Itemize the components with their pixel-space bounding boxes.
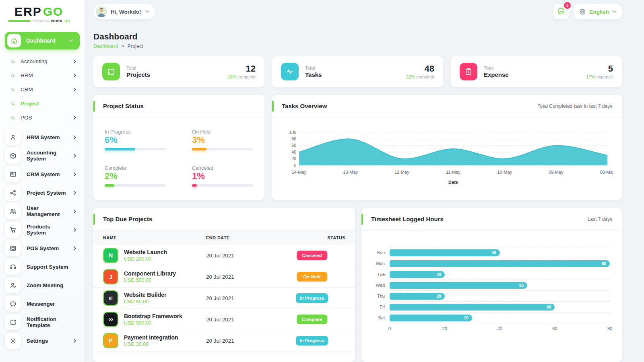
- project-cell: PPayment IntegrationUSD 30,00: [103, 333, 206, 348]
- project-name[interactable]: Component Library: [124, 270, 176, 277]
- sidebar-item-dashboard[interactable]: Dashboard: [5, 32, 80, 49]
- bullet-icon: [10, 101, 15, 106]
- chevron-right-icon: [73, 172, 76, 177]
- bar-track: 20: [390, 269, 610, 280]
- sidebar-subitem-accounting[interactable]: Accounting: [0, 54, 85, 68]
- end-date: 20 Jul 2021: [206, 253, 279, 259]
- sidebar-item-user-management[interactable]: User Management: [0, 202, 85, 220]
- svg-text:20: 20: [291, 156, 296, 161]
- table-row[interactable]: uiWebsite BuilderUSD 80,0020 Jul 2021In …: [93, 288, 355, 309]
- sidebar-subitem-crm[interactable]: CRM: [0, 82, 85, 97]
- bar-track: 30: [390, 312, 610, 323]
- project-status-card: Project Status In Progress6%On Hold3%Com…: [93, 95, 264, 200]
- stat-top-label: Total: [126, 66, 150, 70]
- status-label: On Hold: [192, 129, 253, 135]
- notification-badge: 0: [564, 2, 571, 9]
- sidebar-item-label: CRM System: [27, 171, 60, 177]
- status-percent: 2%: [105, 171, 166, 181]
- progress-track: [192, 184, 253, 187]
- sidebar-item-messenger[interactable]: Messenger: [0, 294, 85, 313]
- messages-button[interactable]: 0: [553, 4, 569, 19]
- card-subtitle: Total Completed task in last 7 days: [538, 103, 612, 109]
- sidebar-item-zoom-meeting[interactable]: Zoom Meeting: [0, 276, 85, 294]
- bar-track: 80: [390, 258, 610, 269]
- sidebar-item-label: Zoom Meeting: [27, 282, 64, 288]
- stat-subtext: 17% expense: [586, 74, 613, 79]
- project-name[interactable]: Payment Integration: [124, 334, 178, 341]
- progress-track: [105, 184, 166, 187]
- bar-track: 40: [390, 247, 610, 258]
- stat-text: TotalExpense: [484, 66, 509, 78]
- project-amount: USD 80,00: [124, 299, 167, 304]
- stat-percent: 17%: [586, 74, 595, 79]
- chevron-right-icon: [73, 228, 76, 232]
- svg-text:0: 0: [294, 163, 296, 168]
- chevron-right-icon: [73, 154, 76, 158]
- table-row[interactable]: JComponent LibraryUSD 500,0020 Jul 2021O…: [93, 266, 355, 288]
- svg-text:12-May: 12-May: [394, 170, 409, 175]
- sidebar-subitem-label: HRM: [21, 72, 33, 78]
- sidebar-item-notification-template[interactable]: Notification Template: [0, 313, 85, 331]
- app-logo[interactable]: ERPGO Powered By WORKDO: [0, 0, 85, 23]
- project-logo-icon: P: [103, 333, 118, 348]
- sidebar-item-accounting-system[interactable]: Accounting System: [0, 146, 85, 165]
- project-logo-icon: N: [103, 248, 118, 263]
- project-name[interactable]: Website Builder: [124, 292, 167, 298]
- stat-text: TotalTasks: [305, 66, 322, 78]
- sidebar-item-label: Dashboard: [26, 37, 56, 44]
- status-badge: On Hold: [297, 272, 327, 282]
- chevron-down-icon: [612, 10, 617, 13]
- person-icon: [5, 129, 21, 145]
- column-end-date: END DATE: [206, 235, 279, 240]
- project-logo-icon: ui: [103, 290, 118, 306]
- sidebar-subitem-hrm[interactable]: HRM: [0, 68, 85, 82]
- breadcrumb-dashboard-link[interactable]: Dashboard: [93, 43, 118, 49]
- axis-tick-label: 60: [552, 326, 557, 331]
- user-menu-button[interactable]: Hi, Workdo!: [93, 4, 155, 19]
- sidebar-item-support-system[interactable]: Support System: [0, 257, 85, 276]
- workdo-text-1: WORK: [51, 19, 62, 23]
- chevron-right-icon: [73, 115, 76, 120]
- activity-icon: [281, 63, 299, 80]
- chat-icon: [557, 7, 565, 16]
- bottom-row: Top Due Projects NAME END DATE STATUS NW…: [93, 208, 622, 362]
- sidebar-item-pos-system[interactable]: POS System: [0, 239, 85, 257]
- sidebar-subitem-project[interactable]: Project: [0, 97, 85, 111]
- table-row[interactable]: PPayment IntegrationUSD 30,0020 Jul 2021…: [93, 330, 355, 351]
- bar: 40: [390, 249, 500, 256]
- project-status-grid: In Progress6%On Hold3%Complete2%Canceled…: [93, 117, 264, 198]
- chevron-right-icon: [73, 87, 76, 92]
- bar-row-mon: Mon80: [371, 258, 610, 269]
- bar-row-fri: Fri60: [371, 301, 610, 312]
- sidebar-item-products-system[interactable]: Products System: [0, 220, 85, 239]
- table-row[interactable]: ∞Bootstrap FrameworkUSD 900,0020 Jul 202…: [93, 309, 355, 330]
- sidebar-item-crm-system[interactable]: CRM System: [0, 165, 85, 183]
- stat-top-label: Total: [484, 66, 509, 70]
- bar-value-label: 60: [547, 305, 551, 309]
- language-selector[interactable]: English: [574, 4, 622, 19]
- sidebar-item-hrm-system[interactable]: HRM System: [0, 128, 85, 146]
- status-percent: 3%: [192, 135, 253, 145]
- sidebar-subitem-pos[interactable]: POS: [0, 111, 85, 125]
- stat-label: Tasks: [305, 71, 322, 78]
- sidebar-item-project-system[interactable]: Project System: [0, 183, 85, 202]
- status-label: Complete: [105, 165, 166, 171]
- sidebar-item-label: User Management: [27, 205, 68, 217]
- axis-tick-label: 40: [497, 326, 502, 331]
- bar-track: 60: [390, 301, 610, 312]
- sidebar-subitem-label: Project: [21, 101, 39, 107]
- chevron-right-icon: [73, 191, 76, 195]
- workdo-text-2: DO: [64, 19, 70, 23]
- end-date: 20 Jul 2021: [206, 317, 279, 323]
- status-badge: Canceled: [297, 251, 327, 260]
- card-header: Tasks Overview Total Completed task in l…: [272, 95, 622, 117]
- project-name[interactable]: Bootstrap Framework: [124, 313, 182, 319]
- sidebar-item-settings[interactable]: Settings: [0, 331, 85, 350]
- svg-text:100: 100: [289, 130, 296, 135]
- status-cell: Canceled: [279, 251, 345, 260]
- project-name[interactable]: Website Launch: [124, 249, 167, 255]
- table-row[interactable]: NWebsite LaunchUSD 200,0020 Jul 2021Canc…: [93, 245, 355, 266]
- bullet-icon: [10, 87, 15, 92]
- dashboard-submenu: AccountingHRMCRMProjectPOS: [0, 53, 85, 127]
- project-text: Payment IntegrationUSD 30,00: [124, 334, 178, 347]
